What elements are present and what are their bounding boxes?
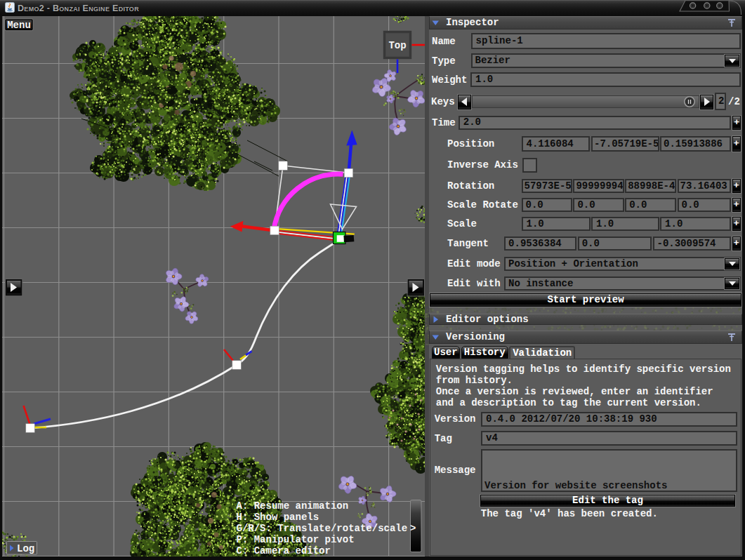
svg-text:A: Resume animation: A: Resume animation [237, 500, 349, 512]
svg-text:P: Manipulator pivot: P: Manipulator pivot [237, 534, 355, 545]
svg-text:Menu: Menu [7, 20, 31, 31]
svg-text:C: Camera editor: C: Camera editor [237, 545, 331, 556]
svg-text:H: Show panels: H: Show panels [237, 512, 319, 523]
svg-text:G/R/S: Translate/rotate/scale: G/R/S: Translate/rotate/scale [237, 523, 408, 534]
svg-text:>: > [410, 523, 416, 534]
svg-text:Log: Log [17, 543, 34, 554]
svg-text:Top: Top [388, 40, 406, 51]
